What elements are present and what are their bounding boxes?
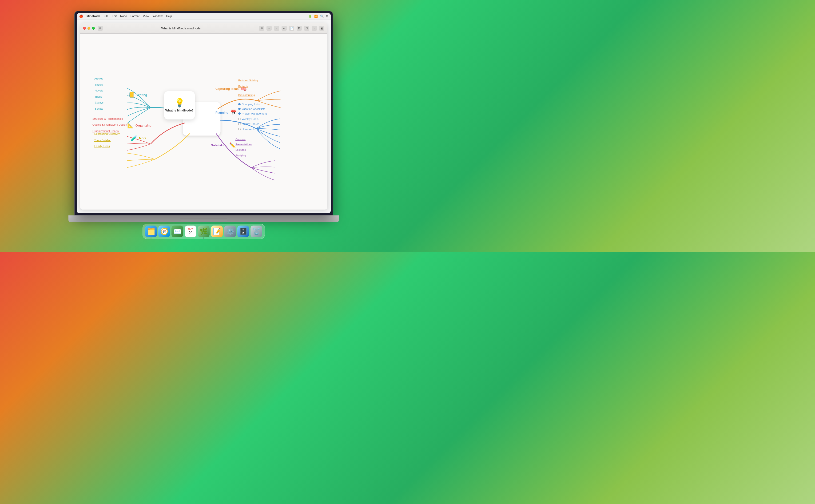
- dock-files[interactable]: 🗄️: [237, 226, 249, 237]
- planning-leaf-weekly[interactable]: Weekly Goals: [238, 118, 258, 120]
- notetaking-leaf-lectures[interactable]: Lectures: [235, 148, 246, 151]
- writing-leaf-essays[interactable]: Essays: [95, 101, 103, 104]
- dock-calendar[interactable]: NOV 2: [185, 226, 196, 237]
- planning-label: Planning: [215, 111, 228, 114]
- wifi-icon: 📶: [314, 15, 318, 18]
- center-bulb-icon: 💡: [174, 98, 185, 108]
- fullscreen-button[interactable]: [92, 27, 95, 30]
- planning-leaf-shopping[interactable]: Shopping Lists: [238, 103, 259, 106]
- safari-icon: 🧭: [160, 227, 168, 235]
- mail-icon: ✉️: [173, 227, 182, 235]
- more-node[interactable]: 🧪 More: [131, 135, 146, 141]
- writing-leaf-thesis[interactable]: Thesis: [95, 83, 103, 86]
- notes-icon: 📝: [213, 227, 221, 235]
- dock-mindnode[interactable]: 🌿: [198, 226, 210, 237]
- layout-tool[interactable]: ⊡: [304, 26, 309, 31]
- organizing-leaf-outline[interactable]: Outline & Framework Design: [92, 123, 127, 126]
- dock-mail[interactable]: ✉️: [171, 226, 183, 237]
- dock-notes[interactable]: 📝: [211, 226, 223, 237]
- menu-format[interactable]: Format: [131, 15, 139, 18]
- share-tool[interactable]: ↑: [312, 26, 317, 31]
- capturing-leaf-problem[interactable]: Problem Solving: [238, 79, 258, 82]
- writing-leaf-novels[interactable]: Novels: [95, 89, 103, 92]
- writing-leaf-scripts[interactable]: Scripts: [95, 107, 103, 110]
- grid-tool[interactable]: ⊞: [259, 26, 264, 31]
- files-icon: 🗄️: [239, 227, 247, 235]
- mindnode-dot: [203, 238, 204, 238]
- writing-leaf-blogs[interactable]: Blogs: [95, 95, 102, 98]
- minimize-button[interactable]: [87, 27, 90, 30]
- notetaking-icon: ✏️: [229, 142, 236, 148]
- control-center-icon[interactable]: ⊞: [326, 15, 328, 18]
- more-label: More: [139, 136, 146, 140]
- capturing-leaf-brainstorming[interactable]: Brainstorming: [238, 94, 255, 96]
- window-titlebar: ⊞ What is MindNode.mindnode ⊞ ○ ↔ ↩ 📄 🖼 …: [80, 23, 327, 34]
- window-title: What is MindNode.mindnode: [103, 27, 259, 30]
- organizing-leaf-structure[interactable]: Structure & Relationships: [92, 117, 123, 120]
- writing-leaf-articles[interactable]: Articles: [94, 77, 103, 80]
- homework-checkbox[interactable]: [238, 128, 241, 130]
- inspector-tool[interactable]: ▣: [319, 26, 324, 31]
- close-button[interactable]: [83, 27, 86, 30]
- writing-icon: 📒: [128, 92, 135, 98]
- more-leaf-family[interactable]: Family Trees: [94, 145, 110, 147]
- shopping-checkbox[interactable]: [238, 103, 241, 105]
- menu-view[interactable]: View: [143, 15, 149, 18]
- menu-window[interactable]: Window: [153, 15, 163, 18]
- sidebar-toggle[interactable]: ⊞: [98, 26, 103, 31]
- notetaking-node[interactable]: ✏️ Note taking: [211, 142, 236, 148]
- planning-leaf-chores[interactable]: Family Chores: [238, 123, 259, 125]
- menu-right: 🔋 📶 🔍 ⊞: [308, 15, 328, 18]
- menu-help[interactable]: Help: [166, 15, 172, 18]
- project-checkbox[interactable]: [238, 112, 241, 115]
- calendar-icon: NOV 2: [188, 227, 193, 235]
- menu-file[interactable]: File: [104, 15, 108, 18]
- menu-edit[interactable]: Edit: [112, 15, 117, 18]
- screen-inner: 🍎 MindNode File Edit Node Format View Wi…: [77, 13, 331, 213]
- traffic-lights: [83, 27, 95, 30]
- more-leaf-teambuilding[interactable]: Team Building: [94, 139, 111, 142]
- capturing-leaf-projects[interactable]: Projects: [238, 85, 248, 88]
- writing-node[interactable]: 📒 Writing: [128, 92, 147, 98]
- apple-logo-icon: 🍎: [79, 14, 83, 18]
- organizing-label: Organizing: [135, 124, 151, 127]
- vacation-checkbox[interactable]: [238, 108, 241, 110]
- menu-mindnode[interactable]: MindNode: [87, 15, 100, 18]
- notetaking-leaf-studying[interactable]: Studying: [235, 154, 246, 157]
- mindmap-canvas[interactable]: 💡 What is MindNode? 📒 Writing Articles T…: [80, 34, 327, 210]
- menu-node[interactable]: Node: [120, 15, 127, 18]
- undo-tool[interactable]: ↩: [282, 26, 287, 31]
- more-icon: 🧪: [131, 135, 137, 141]
- connect-tool[interactable]: ↔: [274, 26, 279, 31]
- dock-safari[interactable]: 🧭: [158, 226, 170, 237]
- laptop-screen: 🍎 MindNode File Edit Node Format View Wi…: [74, 11, 333, 215]
- dock: 🗂️ 🧭 ✉️ NOV 2 🌿 📝 ⚙️ 🗄️ 🗑️: [143, 224, 265, 239]
- laptop-base: [68, 215, 339, 222]
- planning-icon: 📅: [230, 110, 237, 116]
- doc-tool[interactable]: 📄: [289, 26, 294, 31]
- circle-tool[interactable]: ○: [266, 26, 272, 31]
- center-node-label: What is MindNode?: [165, 109, 194, 113]
- dock-finder[interactable]: 🗂️: [145, 226, 157, 237]
- dock-trash[interactable]: 🗑️: [250, 226, 262, 237]
- capturing-label: Capturing Ideas: [215, 87, 239, 91]
- laptop-notch: [180, 218, 227, 221]
- planning-leaf-project[interactable]: Project Management: [238, 112, 267, 115]
- organizing-leaf-org[interactable]: Organizational Charts: [92, 130, 119, 132]
- battery-icon: 🔋: [308, 15, 312, 18]
- planning-leaf-homework[interactable]: Homework: [238, 128, 255, 131]
- organizing-icon: 📐: [127, 123, 134, 129]
- notetaking-leaf-presentations[interactable]: Presentations: [235, 143, 252, 146]
- weekly-checkbox[interactable]: [238, 118, 241, 120]
- search-icon[interactable]: 🔍: [320, 15, 324, 18]
- dock-sysprefs[interactable]: ⚙️: [224, 226, 236, 237]
- organizing-node[interactable]: 📐 Organizing: [127, 123, 151, 129]
- notetaking-leaf-courses[interactable]: Courses: [235, 138, 246, 141]
- planning-leaf-vacation[interactable]: Vacation Checklists: [238, 107, 265, 110]
- center-node[interactable]: 💡 What is MindNode?: [164, 91, 195, 119]
- planning-node[interactable]: 📅 Planning: [215, 110, 237, 116]
- image-tool[interactable]: 🖼: [297, 26, 302, 31]
- more-leaf-creativity[interactable]: Expressing Creativity: [94, 132, 120, 135]
- menu-bar: 🍎 MindNode File Edit Node Format View Wi…: [77, 13, 331, 20]
- chores-checkbox[interactable]: [238, 123, 241, 125]
